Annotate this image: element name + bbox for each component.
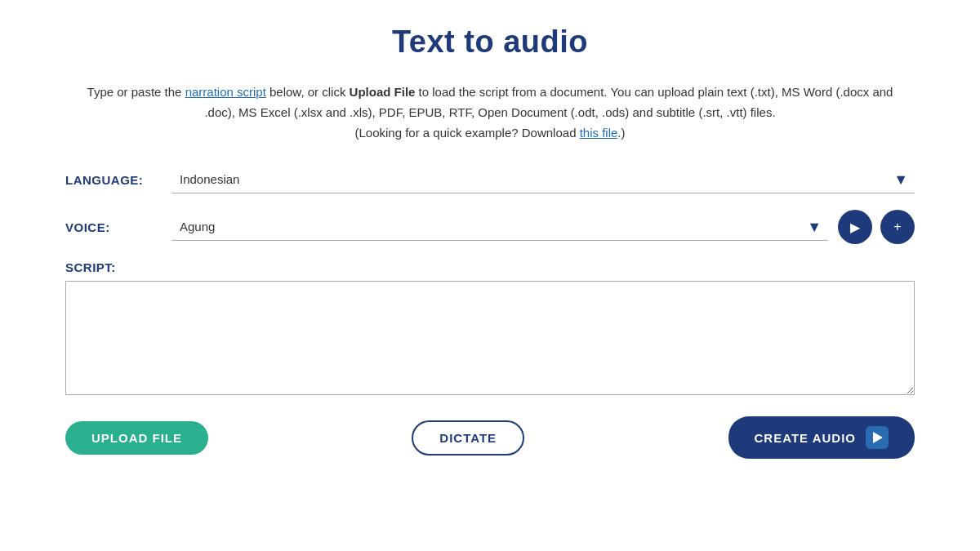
create-audio-label: CREATE AUDIO (755, 431, 857, 445)
description-text: Type or paste the narration script below… (82, 82, 898, 143)
voice-controls: ▶ + (838, 210, 915, 244)
create-audio-button[interactable]: CREATE AUDIO (728, 416, 915, 459)
script-textarea[interactable] (65, 281, 915, 395)
voice-row: VOICE: Agung Budi Siti Dewi ▼ ▶ + (65, 210, 915, 244)
desc-part2: below, or click (266, 85, 350, 99)
voice-label: VOICE: (65, 220, 172, 234)
dictate-button[interactable]: DICTATE (412, 420, 524, 455)
language-row: LANGUAGE: Indonesian English Spanish Fre… (65, 166, 915, 193)
create-audio-play-badge (866, 426, 889, 449)
upload-file-button[interactable]: UPLOAD FILE (65, 421, 208, 455)
form-section: LANGUAGE: Indonesian English Spanish Fre… (65, 166, 915, 398)
voice-select-wrapper: Agung Budi Siti Dewi ▼ (172, 213, 828, 241)
page-title: Text to audio (392, 24, 588, 60)
add-voice-button[interactable]: + (880, 210, 915, 244)
bottom-bar: UPLOAD FILE DICTATE CREATE AUDIO (65, 416, 915, 459)
script-label: SCRIPT: (65, 260, 915, 274)
language-label: LANGUAGE: (65, 173, 172, 187)
voice-select[interactable]: Agung Budi Siti Dewi (172, 213, 828, 241)
play-icon: ▶ (850, 220, 860, 235)
language-select-wrapper: Indonesian English Spanish French German… (172, 166, 915, 193)
create-audio-play-icon (873, 432, 883, 443)
plus-icon: + (893, 220, 901, 234)
desc-part1: Type or paste the (87, 85, 185, 99)
this-file-link[interactable]: this file (580, 126, 618, 140)
example-text: (Looking for a quick example? Download (354, 126, 579, 140)
narration-script-link[interactable]: narration script (185, 85, 266, 99)
upload-file-bold: Upload File (350, 85, 416, 99)
language-select[interactable]: Indonesian English Spanish French German (172, 166, 915, 193)
example-end: .) (617, 126, 625, 140)
play-voice-button[interactable]: ▶ (838, 210, 872, 244)
